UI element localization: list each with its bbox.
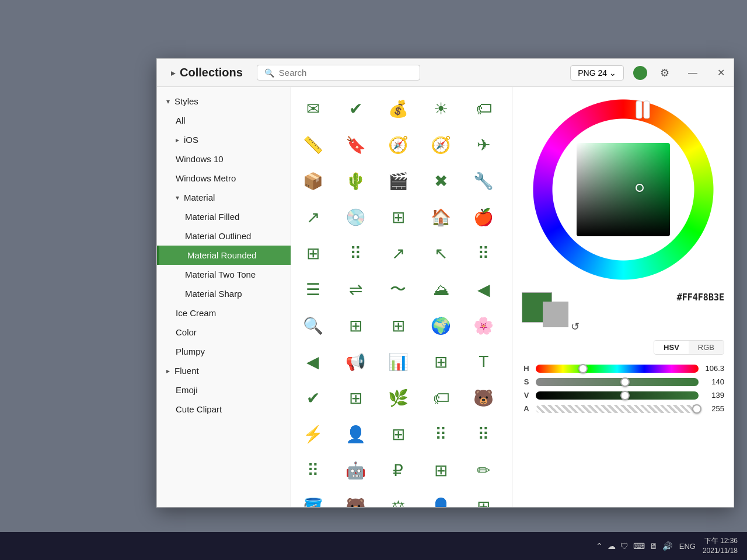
icon-cell[interactable]: 🐻 [467, 381, 501, 415]
sidebar-item-material[interactable]: ▾ Material [157, 188, 291, 207]
format-dropdown-button[interactable]: PNG 24 ⌄ [570, 65, 624, 80]
sidebar-item-windows-metro[interactable]: Windows Metro [157, 169, 291, 188]
icon-cell[interactable]: ☀ [424, 92, 458, 125]
icon-cell[interactable]: 🎬 [381, 164, 415, 198]
sidebar-item-windows10[interactable]: Windows 10 [157, 149, 291, 169]
icon-cell[interactable]: ⊞ [424, 345, 458, 379]
icon-cell[interactable]: ⠿ [467, 236, 501, 270]
icon-cell[interactable]: ⚖ [381, 489, 415, 507]
icon-cell[interactable]: 🪣 [296, 489, 330, 507]
sidebar-item-material-sharp[interactable]: Material Sharp [157, 284, 291, 303]
color-circle-button[interactable] [633, 66, 647, 80]
icon-cell[interactable]: 🏠 [424, 200, 458, 234]
volume-icon[interactable]: 🔊 [662, 541, 672, 551]
hsv-tab[interactable]: HSV [654, 341, 689, 354]
icon-cell[interactable]: 📢 [338, 345, 372, 379]
saturation-slider-thumb[interactable] [620, 377, 630, 387]
icon-cell[interactable]: ⊞ [338, 309, 372, 342]
icon-cell[interactable]: ⊞ [424, 453, 458, 487]
icon-cell[interactable]: ⚡ [296, 417, 330, 451]
monitor-icon[interactable]: 🖥 [650, 541, 658, 551]
collections-button[interactable]: ▸ Collections [166, 64, 247, 82]
icon-cell[interactable]: ◀ [296, 345, 330, 379]
sidebar-item-plumpy[interactable]: Plumpy [157, 342, 291, 361]
icon-cell[interactable]: ⛰ [424, 272, 458, 306]
icon-cell[interactable]: ⇌ [338, 272, 372, 306]
icon-cell[interactable]: ⊞ [296, 236, 330, 270]
icon-cell[interactable]: ↗ [381, 236, 415, 270]
icon-cell[interactable]: 🌿 [381, 381, 415, 415]
icon-cell[interactable]: ◀ [467, 272, 501, 306]
sidebar-item-ios[interactable]: ▸ iOS [157, 130, 291, 149]
sidebar-item-all[interactable]: All [157, 111, 291, 130]
icon-cell[interactable]: 🏷 [467, 92, 501, 125]
icon-cell[interactable]: ✔ [338, 92, 372, 125]
icon-cell[interactable]: 🔖 [338, 128, 372, 162]
value-slider-thumb[interactable] [620, 391, 630, 400]
icon-cell[interactable]: ⊞ [381, 417, 415, 451]
icon-cell[interactable]: 🍎 [467, 200, 501, 234]
icon-cell[interactable]: 〜 [381, 272, 415, 306]
icon-cell[interactable]: ⠿ [338, 236, 372, 270]
keyboard-icon[interactable]: ⌨ [633, 541, 645, 551]
sidebar-item-color[interactable]: Color [157, 323, 291, 342]
settings-button[interactable]: ⚙ [652, 59, 678, 87]
sidebar-item-styles[interactable]: ▾ Styles [157, 92, 291, 111]
sidebar-item-emoji[interactable]: Emoji [157, 380, 291, 400]
icon-cell[interactable]: 👤 [338, 417, 372, 451]
swap-colors-button[interactable]: ↺ [571, 320, 580, 333]
sidebar-item-material-rounded[interactable]: Material Rounded [157, 246, 291, 265]
minimize-button[interactable]: — [680, 59, 706, 87]
icon-cell[interactable]: ⠿ [424, 417, 458, 451]
icon-cell[interactable]: 💰 [381, 92, 415, 125]
sidebar-item-ice-cream[interactable]: Ice Cream [157, 303, 291, 323]
icon-cell[interactable]: 💿 [338, 200, 372, 234]
icon-cell[interactable]: ⠿ [296, 453, 330, 487]
icon-cell[interactable]: T [467, 345, 501, 379]
icon-cell[interactable]: ⊞ [338, 381, 372, 415]
shield-icon[interactable]: 🛡 [620, 541, 629, 551]
hue-slider[interactable] [536, 365, 699, 373]
alpha-slider[interactable] [536, 405, 699, 413]
icon-cell[interactable]: ✏ [467, 453, 501, 487]
rgb-tab[interactable]: RGB [689, 341, 724, 354]
icon-cell[interactable]: ⊞ [381, 309, 415, 342]
icon-cell[interactable]: 🧭 [381, 128, 415, 162]
icon-cell[interactable]: ⠿ [467, 417, 501, 451]
saturation-slider[interactable] [536, 378, 699, 386]
icon-cell[interactable]: 🌵 [338, 164, 372, 198]
search-bar[interactable]: 🔍 [257, 65, 420, 80]
icon-cell[interactable]: 🔍 [296, 309, 330, 342]
icon-cell[interactable]: ✔ [296, 381, 330, 415]
icon-cell[interactable]: ↗ [296, 200, 330, 234]
icon-cell[interactable]: ⊞ [467, 489, 501, 507]
icon-cell[interactable]: 🌍 [424, 309, 458, 342]
sidebar-item-material-two-tone[interactable]: Material Two Tone [157, 265, 291, 284]
icon-cell[interactable]: 📏 [296, 128, 330, 162]
chevron-up-icon[interactable]: ⌃ [596, 541, 603, 551]
icon-cell[interactable]: ↖ [424, 236, 458, 270]
color-saturation-square[interactable] [577, 143, 670, 236]
icon-cell[interactable]: ☰ [296, 272, 330, 306]
icon-cell[interactable]: 🏷 [424, 381, 458, 415]
sidebar-item-fluent[interactable]: ▸ Fluent [157, 361, 291, 380]
color-wheel-container[interactable] [530, 96, 717, 283]
icon-cell[interactable]: 🔧 [467, 164, 501, 198]
previous-color-swatch[interactable] [543, 302, 568, 327]
search-input[interactable] [279, 68, 413, 78]
cloud-icon[interactable]: ☁ [608, 541, 616, 551]
close-button[interactable]: ✕ [708, 59, 734, 87]
hue-slider-thumb[interactable] [578, 364, 588, 373]
icon-cell[interactable]: 👤 [424, 489, 458, 507]
icon-cell[interactable]: ✉ [296, 92, 330, 125]
icon-cell[interactable]: 🧭 [424, 128, 458, 162]
icon-cell[interactable]: ₽ [381, 453, 415, 487]
icon-cell[interactable]: 🌸 [467, 309, 501, 342]
icon-cell[interactable]: ✖ [424, 164, 458, 198]
alpha-slider-thumb[interactable] [692, 404, 701, 414]
sidebar-item-material-outlined[interactable]: Material Outlined [157, 226, 291, 246]
icon-cell[interactable]: 📦 [296, 164, 330, 198]
value-slider[interactable] [536, 391, 699, 400]
icon-cell[interactable]: 🐻 [338, 489, 372, 507]
sidebar-item-material-filled[interactable]: Material Filled [157, 207, 291, 226]
